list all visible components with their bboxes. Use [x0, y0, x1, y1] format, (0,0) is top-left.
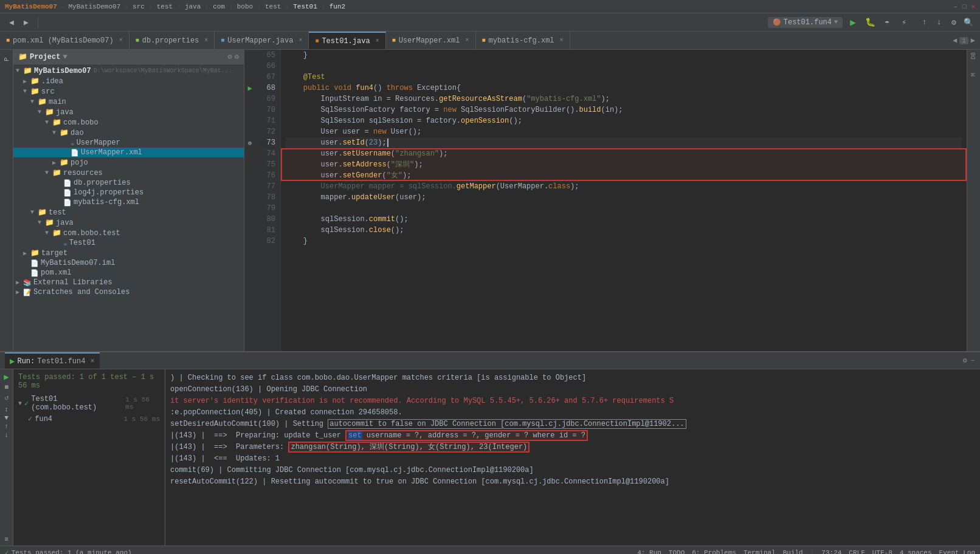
minimize-btn[interactable]: – — [953, 3, 958, 10]
tab-mybatis-cfg[interactable]: ■ mybatis-cfg.xml × — [476, 32, 570, 49]
tab-close-test01[interactable]: × — [376, 38, 379, 44]
maximize-btn[interactable]: □ — [962, 3, 967, 10]
code-editor-content[interactable]: } @Test public void fun4() throws Except… — [281, 50, 967, 351]
search-everywhere-icon[interactable]: 🔍 — [962, 16, 975, 29]
project-sync-icon[interactable]: ⚙ — [228, 52, 232, 61]
tab-usermapper-xml[interactable]: ■ UserMapper.xml × — [386, 32, 476, 49]
stop-btn[interactable]: ■ — [4, 383, 9, 392]
tree-item-mybatis-cfg[interactable]: 📄 mybatis-cfg.xml — [13, 197, 244, 207]
tree-item-idea[interactable]: ▶ 📁 .idea — [13, 76, 244, 86]
ln-71: 71 — [260, 115, 275, 126]
profile-button[interactable]: ⚡ — [897, 16, 911, 29]
debug-button[interactable]: 🐛 — [863, 16, 877, 29]
status-event-log[interactable]: Event Log — [939, 549, 975, 555]
vcs-push-icon[interactable]: ↓ — [933, 16, 946, 29]
tab-db-props[interactable]: ■ db.properties × — [129, 32, 215, 49]
console-highlight-params: zhangsan(String), 深圳(String), 女(String),… — [288, 442, 530, 453]
tree-item-log4j[interactable]: 📄 log4j.properties — [13, 188, 244, 197]
vcs-update-icon[interactable]: ↑ — [918, 16, 931, 29]
tree-item-com-bobo-test[interactable]: ▼ 📁 com.bobo.test — [13, 228, 244, 238]
tree-item-test01[interactable]: ☕ Test01 — [13, 238, 244, 248]
tab-close-cfg[interactable]: × — [560, 37, 564, 44]
tree-item-dao[interactable]: ▼ 📁 dao — [13, 128, 244, 138]
tab-close-pom[interactable]: × — [119, 37, 123, 44]
project-dropdown-arrow[interactable]: ▼ — [63, 53, 67, 61]
settings-icon[interactable]: ⚙ — [947, 16, 961, 29]
highlight-box-container: user.setUsername("zhangsan"); user.setAd… — [286, 148, 962, 181]
navigate-back-icon[interactable]: ◀ — [5, 16, 18, 29]
tree-item-main[interactable]: ▼ 📁 main — [13, 97, 244, 107]
filter-btn[interactable]: ▼ — [4, 414, 9, 422]
gutter-74 — [244, 148, 255, 159]
tree-item-ext-libs[interactable]: ▶ 📚 External Libraries — [13, 278, 244, 287]
rerun-btn[interactable]: ↺ — [4, 393, 9, 402]
status-run-tab[interactable]: 4: Run — [637, 549, 661, 555]
test-item-fun4[interactable]: ✓ fun4 1 s 56 ms — [16, 413, 162, 425]
tab-usermapper-java[interactable]: ■ UserMapper.java × — [215, 32, 309, 49]
status-encoding: UTF-8 — [872, 549, 892, 555]
expand-main: ▼ — [30, 98, 38, 105]
bottom-settings-icon[interactable]: ⚙ — [963, 356, 967, 365]
console-output[interactable]: ) | Checking to see if class com.bobo.da… — [165, 369, 980, 545]
project-settings-icon[interactable]: ⚙ — [235, 52, 239, 61]
code-container[interactable]: ▶ ⊕ 65 66 67 68 — [244, 50, 967, 351]
coverage-button[interactable]: ☂ — [880, 16, 894, 29]
project-icon[interactable]: P — [1, 53, 13, 66]
tree-item-pojo[interactable]: ▶ 📁 pojo — [13, 157, 244, 168]
expand-ext-libs: ▶ — [16, 279, 23, 286]
gutter-70 — [244, 104, 255, 115]
tab-close-um-java[interactable]: × — [298, 37, 302, 44]
tree-item-db-props[interactable]: 📄 db.properties — [13, 178, 244, 188]
status-build[interactable]: Build — [783, 549, 803, 555]
tree-item-java-main[interactable]: ▼ 📁 java — [13, 107, 244, 117]
prev-fail-btn[interactable]: ↑ — [4, 423, 9, 430]
tab-close-um-xml[interactable]: × — [465, 37, 469, 44]
status-terminal[interactable]: Terminal — [744, 549, 776, 555]
test-item-test01[interactable]: ▼ ✓ Test01 (com.bobo.test) 1 s 56 ms — [16, 394, 162, 413]
tree-item-resources[interactable]: ▼ 📁 resources — [13, 168, 244, 178]
run-config-dropdown-icon[interactable]: ▼ — [834, 19, 838, 26]
tree-item-src[interactable]: ▼ 📁 src — [13, 86, 244, 97]
code-line-67: @Test — [286, 72, 962, 83]
console-line-9: commit(69) | Committing JDBC Connection … — [170, 465, 975, 476]
tree-item-usermapper-java[interactable]: ☕ UserMapper — [13, 138, 244, 148]
sort-btn[interactable]: ↕ — [4, 406, 9, 413]
bottom-minimize-icon[interactable]: – — [971, 357, 975, 365]
tree-item-scratches[interactable]: ▶ 📝 Scratches and Consoles — [13, 287, 244, 297]
database-icon[interactable]: DB — [970, 52, 977, 60]
root-label: MyBatisDemo07 — [34, 67, 91, 75]
tree-item-target[interactable]: ▶ 📁 target — [13, 248, 244, 258]
tree-item-usermapper-xml[interactable]: 📄 UserMapper.xml — [13, 148, 244, 157]
close-btn[interactable]: ✕ — [971, 2, 975, 10]
status-position: 73:24 — [821, 549, 841, 555]
run-tab[interactable]: ▶ Run: Test01.fun4 × — [5, 352, 100, 369]
ln-80: 80 — [260, 214, 275, 225]
tab-test01-java[interactable]: ■ Test01.java × — [309, 32, 385, 49]
run-again-btn[interactable]: ▶ — [4, 372, 9, 382]
run-tab-close[interactable]: × — [90, 357, 94, 366]
tab-scroll-right[interactable]: ▶ — [971, 36, 975, 45]
tree-item-iml[interactable]: 📄 MyBatisDemo07.iml — [13, 258, 244, 268]
status-todo[interactable]: TODO — [669, 549, 685, 555]
tree-item-com-bobo[interactable]: ▼ 📁 com.bobo — [13, 117, 244, 128]
tree-item-test-java[interactable]: ▼ 📁 java — [13, 217, 244, 228]
ln-74: 74 — [260, 148, 275, 159]
tab-scroll-left[interactable]: ◀ — [953, 36, 957, 45]
tree-item-test[interactable]: ▼ 📁 test — [13, 207, 244, 217]
run-config-selector[interactable]: 🟤 Test01.fun4 ▼ — [768, 17, 843, 28]
console-line-2: openConnection(136) | Opening JDBC Conne… — [170, 384, 975, 395]
tree-item-pom[interactable]: 📄 pom.xml — [13, 268, 244, 278]
tab-close-db[interactable]: × — [204, 37, 208, 44]
next-fail-btn[interactable]: ↓ — [4, 431, 9, 439]
tree-view-btn[interactable]: ≡ — [4, 536, 9, 543]
navigate-forward-icon[interactable]: ▶ — [19, 16, 33, 29]
tree-item-root[interactable]: ▼ 📁 MyBatisDemo07 D:\workspace\MyBatisWo… — [13, 66, 244, 76]
test-java-icon: 📁 — [45, 218, 54, 227]
maven-icon[interactable]: M — [970, 73, 977, 77]
run-tab-label: Run: — [17, 357, 35, 366]
main-label: main — [49, 98, 66, 106]
run-button[interactable]: ▶ — [846, 16, 860, 29]
bottom-panel-header: ▶ Run: Test01.fun4 × ⚙ – — [0, 352, 980, 369]
tab-pom-xml[interactable]: ■ pom.xml (MyBatisDemo07) × — [0, 32, 129, 49]
status-problems[interactable]: 6: Problems — [692, 549, 736, 555]
